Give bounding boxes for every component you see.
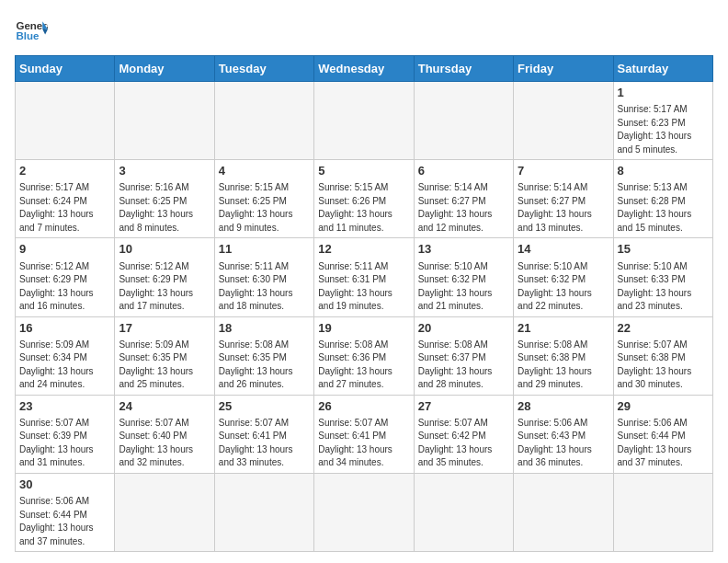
- calendar-week-row: 9Sunrise: 5:12 AMSunset: 6:29 PMDaylight…: [16, 238, 713, 316]
- calendar-cell: 9Sunrise: 5:12 AMSunset: 6:29 PMDaylight…: [16, 238, 115, 316]
- day-info: Sunrise: 5:14 AMSunset: 6:27 PMDaylight:…: [518, 181, 609, 235]
- day-info: Sunrise: 5:07 AMSunset: 6:41 PMDaylight:…: [318, 417, 409, 470]
- calendar-cell: 17Sunrise: 5:09 AMSunset: 6:35 PMDayligh…: [115, 316, 214, 395]
- day-number: 6: [418, 163, 509, 179]
- day-number: 29: [618, 398, 709, 415]
- day-number: 12: [318, 241, 409, 258]
- day-number: 26: [318, 398, 409, 415]
- calendar-cell: [16, 82, 115, 160]
- calendar-cell: 8Sunrise: 5:13 AMSunset: 6:28 PMDaylight…: [613, 160, 712, 238]
- day-info: Sunrise: 5:09 AMSunset: 6:34 PMDaylight:…: [19, 339, 110, 392]
- day-info: Sunrise: 5:08 AMSunset: 6:38 PMDaylight:…: [518, 339, 609, 392]
- day-number: 25: [219, 398, 310, 415]
- calendar-cell: 30Sunrise: 5:06 AMSunset: 6:44 PMDayligh…: [16, 473, 115, 551]
- calendar-header-row: SundayMondayTuesdayWednesdayThursdayFrid…: [16, 56, 713, 82]
- day-number: 28: [518, 398, 609, 415]
- day-info: Sunrise: 5:07 AMSunset: 6:40 PMDaylight:…: [119, 417, 210, 470]
- calendar-cell: 6Sunrise: 5:14 AMSunset: 6:27 PMDaylight…: [414, 160, 513, 238]
- col-header-sunday: Sunday: [16, 56, 115, 82]
- calendar-cell: [314, 473, 414, 551]
- col-header-thursday: Thursday: [414, 56, 513, 82]
- calendar-cell: 4Sunrise: 5:15 AMSunset: 6:25 PMDaylight…: [214, 160, 313, 238]
- calendar-cell: 1Sunrise: 5:17 AMSunset: 6:23 PMDaylight…: [613, 82, 712, 160]
- day-info: Sunrise: 5:08 AMSunset: 6:37 PMDaylight:…: [418, 339, 509, 392]
- day-info: Sunrise: 5:08 AMSunset: 6:35 PMDaylight:…: [219, 339, 310, 392]
- logo: General Blue: [15, 15, 48, 48]
- day-number: 8: [618, 163, 709, 179]
- day-number: 20: [418, 320, 509, 337]
- calendar-cell: [115, 473, 214, 551]
- day-number: 16: [19, 320, 110, 337]
- calendar-cell: 19Sunrise: 5:08 AMSunset: 6:36 PMDayligh…: [314, 316, 414, 395]
- svg-marker-3: [42, 29, 48, 35]
- day-info: Sunrise: 5:06 AMSunset: 6:44 PMDaylight:…: [19, 495, 110, 548]
- col-header-monday: Monday: [115, 56, 214, 82]
- day-info: Sunrise: 5:15 AMSunset: 6:26 PMDaylight:…: [318, 181, 409, 235]
- day-number: 30: [19, 477, 110, 493]
- day-info: Sunrise: 5:10 AMSunset: 6:32 PMDaylight:…: [418, 260, 509, 314]
- day-info: Sunrise: 5:07 AMSunset: 6:42 PMDaylight:…: [418, 417, 509, 470]
- calendar-cell: 22Sunrise: 5:07 AMSunset: 6:38 PMDayligh…: [613, 316, 712, 395]
- day-info: Sunrise: 5:17 AMSunset: 6:24 PMDaylight:…: [19, 181, 110, 235]
- day-number: 24: [119, 398, 210, 415]
- day-info: Sunrise: 5:07 AMSunset: 6:41 PMDaylight:…: [219, 417, 310, 470]
- svg-text:Blue: Blue: [16, 30, 40, 41]
- day-info: Sunrise: 5:17 AMSunset: 6:23 PMDaylight:…: [618, 103, 709, 156]
- day-number: 13: [418, 241, 509, 258]
- day-info: Sunrise: 5:12 AMSunset: 6:29 PMDaylight:…: [119, 260, 210, 314]
- calendar-cell: 3Sunrise: 5:16 AMSunset: 6:25 PMDaylight…: [115, 160, 214, 238]
- day-info: Sunrise: 5:11 AMSunset: 6:31 PMDaylight:…: [318, 260, 409, 314]
- calendar-cell: [514, 473, 613, 551]
- day-number: 22: [618, 320, 709, 337]
- calendar-cell: [214, 82, 313, 160]
- day-number: 23: [19, 398, 110, 415]
- calendar-cell: 5Sunrise: 5:15 AMSunset: 6:26 PMDaylight…: [314, 160, 414, 238]
- calendar-cell: [514, 82, 613, 160]
- calendar-cell: 2Sunrise: 5:17 AMSunset: 6:24 PMDaylight…: [16, 160, 115, 238]
- calendar: SundayMondayTuesdayWednesdayThursdayFrid…: [15, 55, 713, 552]
- logo-icon: General Blue: [15, 15, 48, 48]
- day-info: Sunrise: 5:13 AMSunset: 6:28 PMDaylight:…: [618, 181, 709, 235]
- calendar-cell: [414, 473, 513, 551]
- day-number: 10: [119, 241, 210, 258]
- day-number: 27: [418, 398, 509, 415]
- calendar-cell: [214, 473, 313, 551]
- day-number: 3: [119, 163, 210, 179]
- calendar-cell: 11Sunrise: 5:11 AMSunset: 6:30 PMDayligh…: [214, 238, 313, 316]
- day-number: 5: [318, 163, 409, 179]
- calendar-cell: [115, 82, 214, 160]
- calendar-week-row: 16Sunrise: 5:09 AMSunset: 6:34 PMDayligh…: [16, 316, 713, 395]
- calendar-cell: [414, 82, 513, 160]
- day-number: 14: [518, 241, 609, 258]
- calendar-cell: 27Sunrise: 5:07 AMSunset: 6:42 PMDayligh…: [414, 395, 513, 473]
- day-info: Sunrise: 5:15 AMSunset: 6:25 PMDaylight:…: [219, 181, 310, 235]
- day-info: Sunrise: 5:07 AMSunset: 6:38 PMDaylight:…: [618, 339, 709, 392]
- day-number: 18: [219, 320, 310, 337]
- day-number: 17: [119, 320, 210, 337]
- calendar-cell: 20Sunrise: 5:08 AMSunset: 6:37 PMDayligh…: [414, 316, 513, 395]
- day-number: 7: [518, 163, 609, 179]
- calendar-cell: 29Sunrise: 5:06 AMSunset: 6:44 PMDayligh…: [613, 395, 712, 473]
- day-info: Sunrise: 5:14 AMSunset: 6:27 PMDaylight:…: [418, 181, 509, 235]
- page-header: General Blue: [15, 15, 713, 48]
- calendar-cell: 25Sunrise: 5:07 AMSunset: 6:41 PMDayligh…: [214, 395, 313, 473]
- calendar-cell: 7Sunrise: 5:14 AMSunset: 6:27 PMDaylight…: [514, 160, 613, 238]
- calendar-cell: 15Sunrise: 5:10 AMSunset: 6:33 PMDayligh…: [613, 238, 712, 316]
- day-number: 9: [19, 241, 110, 258]
- calendar-cell: 24Sunrise: 5:07 AMSunset: 6:40 PMDayligh…: [115, 395, 214, 473]
- calendar-cell: 12Sunrise: 5:11 AMSunset: 6:31 PMDayligh…: [314, 238, 414, 316]
- day-info: Sunrise: 5:09 AMSunset: 6:35 PMDaylight:…: [119, 339, 210, 392]
- col-header-wednesday: Wednesday: [314, 56, 414, 82]
- day-info: Sunrise: 5:11 AMSunset: 6:30 PMDaylight:…: [219, 260, 310, 314]
- day-info: Sunrise: 5:10 AMSunset: 6:33 PMDaylight:…: [618, 260, 709, 314]
- calendar-cell: [613, 473, 712, 551]
- day-number: 19: [318, 320, 409, 337]
- calendar-cell: 13Sunrise: 5:10 AMSunset: 6:32 PMDayligh…: [414, 238, 513, 316]
- day-info: Sunrise: 5:07 AMSunset: 6:39 PMDaylight:…: [19, 417, 110, 470]
- day-number: 4: [219, 163, 310, 179]
- day-number: 11: [219, 241, 310, 258]
- day-number: 15: [618, 241, 709, 258]
- day-info: Sunrise: 5:10 AMSunset: 6:32 PMDaylight:…: [518, 260, 609, 314]
- calendar-week-row: 23Sunrise: 5:07 AMSunset: 6:39 PMDayligh…: [16, 395, 713, 473]
- calendar-cell: 16Sunrise: 5:09 AMSunset: 6:34 PMDayligh…: [16, 316, 115, 395]
